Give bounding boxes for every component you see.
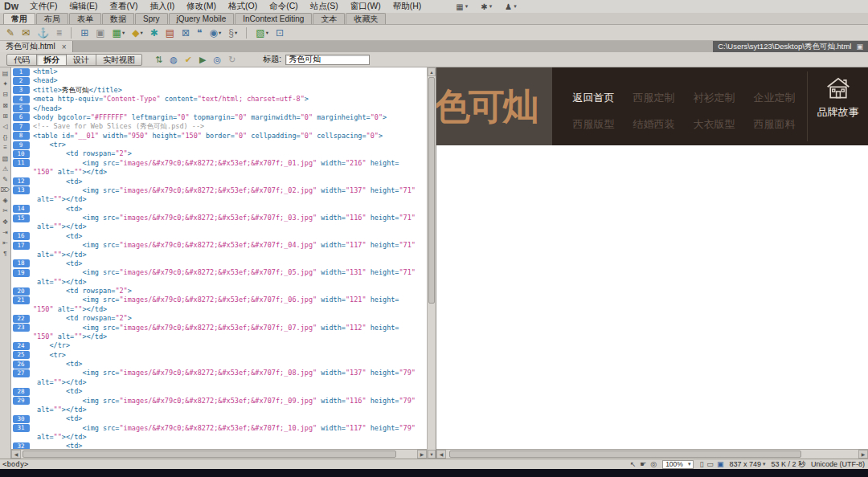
document-tab[interactable]: 秀色可灿.html × [0,41,73,52]
scroll-track[interactable] [446,450,858,459]
scroll-thumb[interactable] [449,450,801,458]
code-vertical-scrollbar[interactable]: ▲ ▼ [427,67,436,459]
inspect-mode-icon[interactable]: ◎ [214,55,222,65]
zoom-select[interactable]: 100% ▾ [662,460,694,469]
open-documents-icon[interactable]: ▤ [2,70,9,78]
zoom-tool-icon[interactable]: ◎ [650,460,657,468]
view-mode-button[interactable]: 代码 [6,54,37,66]
indent-icon[interactable]: ⇥ [2,229,8,237]
menu-item[interactable]: 文件(F) [30,1,57,12]
widget-icon[interactable]: ✱ [150,27,158,39]
comment-icon[interactable]: ❝ [197,27,202,39]
format-source-icon[interactable]: ¶ [3,250,6,258]
syntax-error-alerts-icon[interactable]: ⚠ [2,165,8,173]
named-anchor-icon[interactable]: ⚓ [37,27,49,39]
scroll-right-icon[interactable]: ▶ [417,450,427,459]
remove-comment-icon[interactable]: ⌦ [1,186,10,194]
scroll-thumb[interactable] [428,77,435,304]
insert-tab[interactable]: 表单 [69,13,101,24]
script-icon[interactable]: §▾ [228,27,237,39]
line-numbers-icon[interactable]: ≡ [3,144,7,152]
insert-tab[interactable]: Spry [135,13,168,24]
insert-tab[interactable]: 布局 [36,13,68,24]
menu-item[interactable]: 格式(O) [228,1,257,12]
collapse-full-tag-icon[interactable]: ⊟ [2,91,8,99]
collapse-selection-icon[interactable]: ⊠ [2,102,8,110]
design-view[interactable]: 色可灿 返回首页西服定制衬衫定制企业定制 西服版型结婚西装大衣版型西服面料 品牌… [436,67,868,459]
view-mode-button[interactable]: 实时视图 [96,54,142,66]
hyperlink-icon[interactable]: ✎ [6,27,14,39]
menu-item[interactable]: 帮助(H) [393,1,422,12]
wrap-tag-icon[interactable]: ◈ [2,197,7,205]
move-css-icon[interactable]: ✥ [2,218,8,226]
menu-item[interactable]: 站点(S) [310,1,338,12]
server-include-icon[interactable]: ⊠ [182,27,190,39]
cs-live-user-icon[interactable]: ♟▾ [505,2,516,11]
insert-tab[interactable]: 收藏夹 [346,13,386,24]
show-code-navigator-icon[interactable]: ✦ [2,80,8,88]
scroll-left-icon[interactable]: ◀ [436,450,446,459]
window-size-value[interactable]: 837 x 749 ▾ [729,460,765,468]
scroll-right-icon[interactable]: ▶ [858,450,868,459]
design-horizontal-scrollbar[interactable]: ◀ ▶ [436,449,868,459]
menu-item[interactable]: 窗口(W) [350,1,381,12]
balance-braces-icon[interactable]: {} [3,133,7,141]
apply-comment-icon[interactable]: ✎ [2,176,8,184]
menu-item[interactable]: 查看(V) [109,1,137,12]
horizontal-rule-icon[interactable]: ≡ [56,27,62,39]
image-icon[interactable]: ▦▾ [113,27,125,39]
design-canvas[interactable] [436,145,868,449]
outdent-icon[interactable]: ⇤ [2,239,8,247]
hand-tool-icon[interactable]: ☛ [640,460,646,468]
scroll-track[interactable] [21,450,417,459]
email-link-icon[interactable]: ✉ [22,27,30,39]
desktop-size-icon[interactable]: ▣ [717,460,724,468]
insert-tab[interactable]: jQuery Mobile [169,13,235,24]
scroll-left-icon[interactable]: ◀ [11,450,21,459]
highlight-invalid-code-icon[interactable]: ▧ [2,155,9,163]
tag-chooser-icon[interactable]: ⊡ [276,27,284,39]
view-mode-button[interactable]: 设计 [66,54,96,66]
workspace-layout-icon[interactable]: ▦▾ [456,2,468,11]
scroll-up-icon[interactable]: ▲ [428,67,436,76]
view-mode-button[interactable]: 拆分 [36,54,67,66]
line-number-gutter: 6 [11,113,31,122]
scroll-down-icon[interactable]: ▼ [428,450,436,459]
date-icon[interactable]: ▤ [166,27,174,39]
select-tool-icon[interactable]: ↖ [630,460,637,468]
insert-tab[interactable]: 数据 [102,13,134,24]
menu-item[interactable]: 编辑(E) [69,1,97,12]
validate-markup-icon[interactable]: ✔ [185,55,192,65]
templates-icon[interactable]: ▧▾ [256,27,268,39]
title-input[interactable] [285,55,370,65]
insert-tab[interactable]: InContext Editing [235,13,312,24]
line-number-gutter: 12 [11,177,31,186]
panel-options-icon[interactable]: ▣ [856,43,863,51]
live-code-icon[interactable]: ▶ [199,55,206,65]
scroll-track[interactable] [428,76,436,450]
refresh-design-view-icon[interactable]: ↻ [228,55,235,65]
media-icon[interactable]: ◆▾ [132,27,143,39]
mobile-size-icon[interactable]: ▯ [699,460,703,468]
insert-tab[interactable]: 常用 [3,13,35,24]
code-horizontal-scrollbar[interactable]: ◀ ▶ [11,449,427,459]
menu-item[interactable]: 修改(M) [186,1,216,12]
menu-item[interactable]: 命令(C) [269,1,298,12]
code-view[interactable]: 1<html>2<head>3<title>秀色可灿</title>4<meta… [11,67,427,459]
menu-item[interactable]: 插入(I) [149,1,174,12]
preview-in-browser-icon[interactable]: ◍ [170,55,178,65]
insert-tab[interactable]: 文本 [313,13,345,24]
close-tab-icon[interactable]: × [62,43,67,51]
select-parent-tag-icon[interactable]: ◁ [2,123,7,131]
insert-div-icon[interactable]: ▣ [96,27,104,39]
file-management-icon[interactable]: ⇅ [155,55,162,65]
code-editor[interactable]: 1<html>2<head>3<title>秀色可灿</title>4<meta… [11,67,427,449]
scroll-thumb[interactable] [23,450,396,458]
recent-snippets-icon[interactable]: ✂ [2,207,8,215]
expand-all-icon[interactable]: ⊞ [2,112,8,120]
extensions-gear-icon[interactable]: ✱▾ [481,2,492,11]
tablet-size-icon[interactable]: ▭ [706,460,714,468]
table-icon[interactable]: ⊞ [80,27,88,39]
tag-selector[interactable]: <body> [2,460,29,468]
head-icon[interactable]: ◉▾ [210,27,222,39]
